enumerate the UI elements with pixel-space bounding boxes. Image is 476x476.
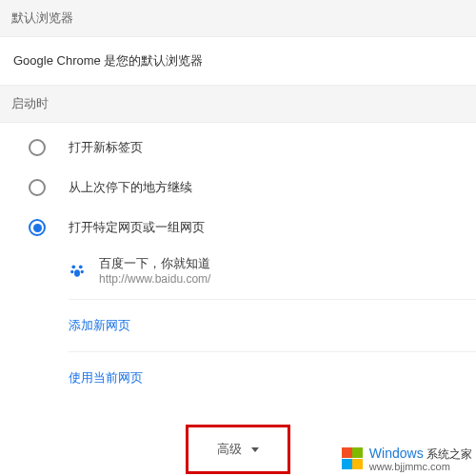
divider	[69, 299, 476, 300]
radio-unchecked-icon	[29, 179, 46, 196]
startup-radio-group: 打开新标签页 从上次停下的地方继续 打开特定网页或一组网页 百度一下，你就知道 …	[0, 123, 476, 398]
radio-unchecked-icon	[29, 139, 46, 156]
svg-point-3	[81, 270, 84, 273]
startup-page-title: 百度一下，你就知道	[99, 255, 210, 272]
radio-new-tab-label: 打开新标签页	[69, 139, 143, 156]
divider	[69, 351, 476, 352]
startup-section-header: 启动时	[0, 86, 476, 123]
default-browser-section-header: 默认浏览器	[0, 0, 476, 37]
use-current-pages-link[interactable]: 使用当前网页	[0, 358, 476, 398]
advanced-button[interactable]: 高级	[186, 425, 290, 474]
radio-specific-label: 打开特定网页或一组网页	[69, 219, 205, 236]
default-browser-status: Google Chrome 是您的默认浏览器	[0, 37, 476, 86]
chevron-down-icon	[251, 447, 259, 452]
radio-continue-label: 从上次停下的地方继续	[69, 179, 192, 196]
svg-point-2	[70, 270, 73, 273]
watermark: Windows 系统之家 www.bjjmmc.com	[342, 446, 472, 472]
svg-point-4	[74, 269, 80, 277]
startup-page-entry[interactable]: 百度一下，你就知道 http://www.baidu.com/	[0, 248, 476, 293]
radio-new-tab[interactable]: 打开新标签页	[0, 128, 476, 168]
startup-page-url: http://www.baidu.com/	[99, 272, 210, 286]
watermark-url: www.bjjmmc.com	[369, 461, 472, 472]
add-new-page-link[interactable]: 添加新网页	[0, 306, 476, 346]
startup-page-info: 百度一下，你就知道 http://www.baidu.com/	[99, 255, 210, 286]
radio-checked-icon	[29, 219, 46, 236]
radio-specific-pages[interactable]: 打开特定网页或一组网页	[0, 208, 476, 248]
advanced-label: 高级	[217, 441, 242, 458]
baidu-paw-icon	[69, 262, 86, 279]
windows-logo-icon	[342, 447, 365, 470]
svg-point-0	[71, 265, 75, 268]
svg-point-1	[79, 265, 83, 268]
watermark-brand: Windows	[369, 446, 424, 461]
watermark-suffix: 系统之家	[426, 447, 472, 461]
radio-continue[interactable]: 从上次停下的地方继续	[0, 168, 476, 208]
